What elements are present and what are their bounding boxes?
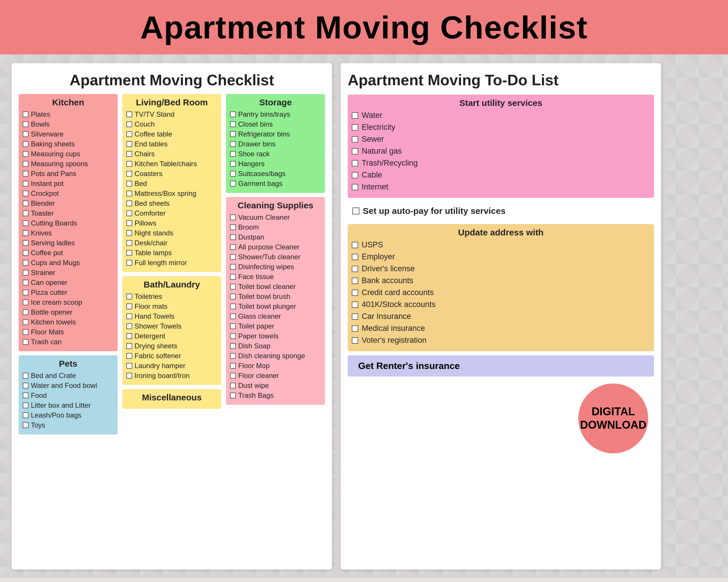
checklist-item[interactable]: Table lamps [126,249,217,257]
checklist-item[interactable]: Dustpan [230,233,321,241]
item-checkbox[interactable] [230,323,236,329]
item-checkbox[interactable] [230,131,236,137]
checklist-item[interactable]: Serving ladles [23,239,113,247]
todo-item[interactable]: Car Insurance [352,312,650,321]
item-checkbox[interactable] [230,234,236,240]
checklist-item[interactable]: Measuring spoons [23,160,113,168]
item-checkbox[interactable] [230,343,236,349]
item-checkbox[interactable] [126,131,132,137]
item-checkbox[interactable] [23,131,29,137]
checklist-item[interactable]: All purpose Cleaner [230,243,321,251]
checklist-item[interactable]: Kitchen towels [23,318,113,326]
item-checkbox[interactable] [126,353,132,359]
item-checkbox[interactable] [230,224,236,230]
todo-item[interactable]: Sewer [352,135,650,144]
checklist-item[interactable]: Pillows [126,219,217,227]
todo-checkbox[interactable] [352,325,358,332]
item-checkbox[interactable] [126,191,132,196]
checklist-item[interactable]: Face tissue [230,273,321,281]
item-checkbox[interactable] [126,304,132,309]
item-checkbox[interactable] [126,171,132,177]
item-checkbox[interactable] [23,230,29,236]
item-checkbox[interactable] [23,309,29,315]
checklist-item[interactable]: Silverware [23,130,113,138]
item-checkbox[interactable] [126,220,132,226]
checklist-item[interactable]: Refrigerator bins [230,130,321,138]
checklist-item[interactable]: Plates [23,110,113,118]
todo-checkbox[interactable] [352,172,358,178]
todo-item[interactable]: 401K/Stock accounts [352,300,650,309]
checklist-item[interactable]: Paper towels [230,332,321,340]
item-checkbox[interactable] [23,111,29,117]
checklist-item[interactable]: Ice cream scoop [23,298,113,306]
checklist-item[interactable]: Dust wipe [230,382,321,390]
item-checkbox[interactable] [23,211,29,216]
checklist-item[interactable]: Measuring cups [23,150,113,158]
checklist-item[interactable]: Garment bags [230,179,321,188]
checklist-item[interactable]: Laundry hamper [126,362,217,370]
checklist-item[interactable]: Toaster [23,209,113,217]
todo-checkbox[interactable] [352,148,358,155]
checklist-item[interactable]: Desk/chair [126,239,217,247]
checklist-item[interactable]: Pots and Pans [23,170,113,178]
item-checkbox[interactable] [126,211,132,216]
todo-item[interactable]: Internet [352,183,650,192]
todo-checkbox[interactable] [352,160,358,166]
checklist-item[interactable]: Floor mats [126,302,217,310]
checklist-item[interactable]: Drawer bins [230,140,321,148]
checklist-item[interactable]: Dish cleaning sponge [230,352,321,360]
item-checkbox[interactable] [126,363,132,369]
checklist-item[interactable]: Couch [126,120,217,128]
item-checkbox[interactable] [126,323,132,329]
item-checkbox[interactable] [230,161,236,167]
item-checkbox[interactable] [126,121,132,127]
item-checkbox[interactable] [230,171,236,177]
item-checkbox[interactable] [230,363,236,369]
item-checkbox[interactable] [126,294,132,300]
item-checkbox[interactable] [230,304,236,309]
todo-item[interactable]: Water [352,111,650,120]
todo-checkbox[interactable] [352,289,358,296]
checklist-item[interactable]: Can opener [23,278,113,287]
item-checkbox[interactable] [126,343,132,349]
checklist-item[interactable]: Bowls [23,120,113,128]
todo-item[interactable]: Bank accounts [352,276,650,285]
checklist-item[interactable]: Food [23,391,113,399]
checklist-item[interactable]: Bottle opener [23,308,113,316]
checklist-item[interactable]: Trash can [23,338,113,346]
checklist-item[interactable]: Shower Towels [126,322,217,330]
checklist-item[interactable]: Bed [126,179,217,188]
item-checkbox[interactable] [23,181,29,187]
checklist-item[interactable]: Baking sheets [23,140,113,148]
checklist-item[interactable]: Comforter [126,209,217,217]
checklist-item[interactable]: Toilet paper [230,322,321,330]
checklist-item[interactable]: Crockpot [23,189,113,198]
checklist-item[interactable]: Dish Soap [230,342,321,350]
todo-checkbox[interactable] [352,242,358,248]
item-checkbox[interactable] [230,353,236,359]
item-checkbox[interactable] [126,230,132,236]
todo-item[interactable]: USPS [352,240,650,249]
item-checkbox[interactable] [23,141,29,147]
item-checkbox[interactable] [230,284,236,289]
item-checkbox[interactable] [23,373,29,379]
item-checkbox[interactable] [126,141,132,147]
item-checkbox[interactable] [23,260,29,266]
checklist-item[interactable]: Bed and Crate [23,371,113,380]
checklist-item[interactable]: Closet bins [230,120,321,128]
checklist-item[interactable]: Litter box and Litter [23,401,113,410]
item-checkbox[interactable] [23,393,29,398]
item-checkbox[interactable] [126,373,132,379]
item-checkbox[interactable] [126,260,132,266]
checklist-item[interactable]: Toilet bowl brush [230,293,321,301]
checklist-item[interactable]: Suitcases/bags [230,170,321,178]
checklist-item[interactable]: Vacuum Cleaner [230,213,321,221]
checklist-item[interactable]: Shoe rack [230,150,321,158]
item-checkbox[interactable] [23,289,29,295]
checklist-item[interactable]: Pantry bins/trays [230,110,321,118]
checklist-item[interactable]: Coffee table [126,130,217,138]
todo-checkbox[interactable] [352,302,358,308]
checklist-item[interactable]: Water and Food bowl [23,382,113,390]
item-checkbox[interactable] [230,264,236,270]
item-checkbox[interactable] [126,250,132,256]
